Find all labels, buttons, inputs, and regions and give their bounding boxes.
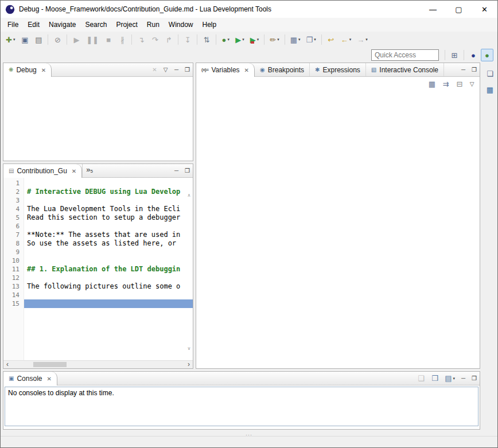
code-line-2[interactable]: # Interactive DEBUG using Lua Develop [24, 188, 193, 196]
minimize-window-button[interactable]: — [420, 1, 446, 18]
debug-view-content[interactable] [3, 77, 193, 161]
code-line-8[interactable]: So use the assets as listed here, or [24, 239, 193, 248]
collapse-all-icon[interactable]: ⊟ [453, 77, 466, 90]
menu-edit[interactable]: Edit [23, 18, 44, 31]
gutter-line-2[interactable]: 2 [3, 188, 24, 196]
code-line-6[interactable] [24, 222, 193, 231]
maximize-view-icon[interactable]: ❐ [469, 63, 480, 76]
resume-icon[interactable]: ▶ [70, 33, 83, 46]
menu-navigate[interactable]: Navigate [44, 18, 80, 31]
debug-icon[interactable]: ●▾ [219, 33, 232, 46]
run-icon[interactable]: ▶▾ [233, 33, 247, 46]
minimize-view-icon[interactable]: ─ [458, 63, 469, 76]
new-lua-file-icon[interactable]: ❐▾ [304, 33, 318, 46]
gutter-line-7[interactable]: 7 [3, 231, 24, 239]
code-line-14[interactable] [24, 291, 193, 299]
code-line-3[interactable] [24, 196, 193, 205]
gutter-line-13[interactable]: 13 [3, 282, 24, 291]
variables-content[interactable] [196, 91, 480, 368]
terminate-icon[interactable]: ■ [102, 33, 115, 46]
gutter-line-4[interactable]: 4 [3, 205, 24, 213]
remove-all-terminated-icon[interactable]: ✕ [149, 63, 160, 76]
close-tab-icon[interactable]: ✕ [41, 67, 46, 73]
last-edit-location-icon[interactable]: ↩ [325, 33, 337, 46]
minimized-view-grid-icon[interactable]: ▦ [484, 83, 496, 96]
new-lua-project-icon[interactable]: ▦▾ [288, 33, 303, 46]
open-console-icon[interactable]: ▤▾ [442, 372, 457, 385]
gutter-line-5[interactable]: 5 [3, 213, 24, 222]
maximize-view-icon[interactable]: ❐ [182, 63, 193, 76]
close-tab-icon[interactable]: ✕ [244, 67, 249, 73]
gutter-line-3[interactable]: 3 [3, 196, 24, 205]
gutter-line-8[interactable]: 8 [3, 239, 24, 248]
view-menu-icon[interactable]: ▽ [160, 63, 171, 76]
menu-file[interactable]: File [3, 18, 23, 31]
maximize-view-icon[interactable]: ❐ [182, 164, 193, 177]
suspend-icon[interactable]: ❚❚ [84, 33, 101, 46]
code-line-9[interactable] [24, 248, 193, 256]
quick-access-input[interactable] [371, 49, 439, 61]
back-icon[interactable]: ←▾ [339, 33, 354, 46]
tab-breakpoints[interactable]: ◉Breakpoints [255, 63, 310, 76]
gutter-line-12[interactable]: 12 [3, 274, 24, 282]
show-type-names-icon[interactable]: ▦ [426, 77, 438, 90]
menu-help[interactable]: Help [198, 18, 221, 31]
gutter-line-14[interactable]: 14 [3, 291, 24, 299]
minimize-view-icon[interactable]: ─ [458, 372, 469, 385]
code-line-13[interactable]: The following pictures outline some o [24, 282, 193, 291]
external-tools-icon[interactable]: ▶▾ [248, 33, 262, 46]
tab-debug[interactable]: ❋ Debug ✕ [3, 63, 52, 77]
tab-console[interactable]: ▣ Console ✕ [3, 372, 57, 385]
minimize-view-icon[interactable]: ─ [171, 63, 182, 76]
console-text-area[interactable]: No consoles to display at this time. [5, 387, 478, 426]
step-return-icon[interactable]: ↱ [162, 33, 175, 46]
editor-horizontal-scrollbar[interactable]: ‹ › [3, 360, 193, 368]
show-logical-structure-icon[interactable]: ⇉ [439, 77, 452, 90]
code-line-1[interactable] [24, 179, 193, 188]
gutter-line-10[interactable]: 10 [3, 256, 24, 265]
tab-expressions[interactable]: ✱Expressions [310, 63, 366, 76]
lua-search-icon[interactable]: ✏▾ [267, 33, 281, 46]
tab-contribution-guide[interactable]: ▤ Contribution_Gu ✕ [3, 164, 82, 178]
scroll-up-icon[interactable]: ∧ [188, 193, 191, 198]
new-wizard-icon[interactable]: ✚▾ [3, 33, 17, 46]
editor-code-lines[interactable]: # Interactive DEBUG using Lua DevelopThe… [24, 178, 193, 360]
use-step-filters-icon[interactable]: ⇅ [200, 33, 213, 46]
step-over-icon[interactable]: ↷ [149, 33, 161, 46]
gutter-line-15[interactable]: 15 [3, 299, 24, 308]
maximize-view-icon[interactable]: ❐ [469, 372, 480, 385]
scroll-left-icon[interactable]: ‹ [3, 361, 11, 368]
maximize-window-button[interactable]: ▢ [446, 1, 472, 18]
lua-perspective-icon[interactable]: ● [467, 49, 480, 61]
minimized-view-icon[interactable]: ❏ [484, 67, 496, 80]
debug-perspective-icon[interactable]: ● [481, 49, 493, 61]
open-perspective-icon[interactable]: ⊞ [448, 49, 461, 61]
scrollbar-thumb[interactable] [33, 362, 67, 367]
gutter-line-1[interactable]: 1 [3, 179, 24, 188]
forward-icon[interactable]: →▾ [355, 33, 370, 46]
gutter-line-11[interactable]: 11 [3, 265, 24, 274]
drop-to-frame-icon[interactable]: ↧ [181, 33, 194, 46]
scroll-down-icon[interactable]: ∨ [188, 346, 191, 351]
code-line-11[interactable]: ## 1. Explanation of the LDT debuggin [24, 265, 193, 274]
code-line-4[interactable]: The Lua Development Tools in the Ecli [24, 205, 193, 213]
code-line-10[interactable] [24, 256, 193, 265]
editor-tab-overflow-chevron[interactable]: » 5 [82, 164, 96, 177]
menu-search[interactable]: Search [80, 18, 111, 31]
print-icon[interactable]: ▤ [32, 33, 45, 46]
gutter-line-9[interactable]: 9 [3, 248, 24, 256]
editor-vertical-scrollbar[interactable]: ∧ ∨ [185, 192, 193, 352]
view-menu-icon[interactable]: ▽ [466, 81, 477, 87]
disconnect-icon[interactable]: ∦ [116, 33, 129, 46]
step-into-icon[interactable]: ↴ [135, 33, 147, 46]
code-line-5[interactable]: Read this section to setup a debugger [24, 213, 193, 222]
menu-window[interactable]: Window [164, 18, 198, 31]
save-icon[interactable]: ▣ [18, 33, 31, 46]
tab-interactive-console[interactable]: ▧Interactive Console [366, 63, 444, 76]
skip-all-breakpoints-icon[interactable]: ⊘ [51, 33, 64, 46]
scroll-right-icon[interactable]: › [185, 361, 193, 368]
menu-run[interactable]: Run [142, 18, 164, 31]
tab-variables[interactable]: (x)=Variables✕ [196, 63, 255, 77]
close-tab-icon[interactable]: ✕ [72, 168, 76, 174]
sash-grip-handle[interactable]: ··· [246, 432, 252, 438]
